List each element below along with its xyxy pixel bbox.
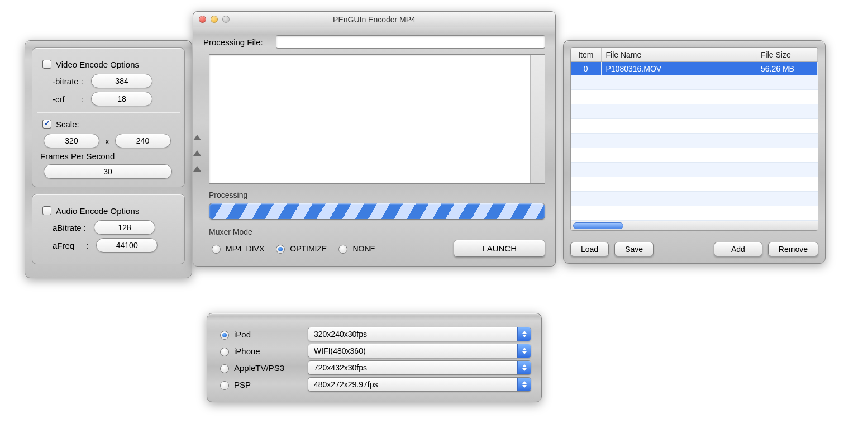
muxer-radio-mp4_divx[interactable]: MP4_DIVX — [209, 243, 264, 254]
table-row[interactable] — [571, 177, 818, 192]
table-row[interactable] — [571, 163, 818, 177]
table-row[interactable] — [571, 206, 818, 221]
afreq-label: aFreq : — [53, 241, 88, 250]
horizontal-scrollbar[interactable] — [571, 221, 818, 230]
preset-value: WIFI(480x360) — [314, 346, 366, 355]
processing-label: Processing — [209, 191, 545, 199]
divider — [37, 112, 180, 112]
preset-value: 720x432x30fps — [314, 363, 367, 372]
preset-row: iPod320x240x30fps — [217, 327, 531, 341]
stepper-icon — [517, 378, 531, 391]
processing-file-label: Processing File: — [203, 37, 276, 47]
scale-x-label: x — [105, 136, 109, 146]
bitrate-field[interactable] — [91, 74, 152, 88]
table-row[interactable] — [571, 119, 818, 134]
table-row[interactable] — [571, 75, 818, 90]
table-row[interactable] — [571, 192, 818, 206]
video-options-checkbox[interactable] — [42, 60, 51, 69]
afreq-field[interactable] — [96, 238, 158, 253]
stepper-icon — [517, 361, 531, 374]
muxer-radio-none[interactable]: NONE — [336, 243, 375, 254]
titlebar[interactable]: PEnGUIn Encoder MP4 — [193, 12, 555, 27]
scrollbar-thumb[interactable] — [573, 222, 623, 229]
preset-panel: iPod320x240x30fpsiPhoneWIFI(480x360)Appl… — [207, 313, 542, 402]
abitrate-field[interactable] — [94, 220, 155, 235]
preset-radio-appletv-ps3[interactable]: AppleTV/PS3 — [217, 363, 301, 373]
table-row[interactable] — [571, 104, 818, 119]
expand-arrows — [192, 134, 200, 173]
preset-popup-appletv-ps3[interactable]: 720x432x30fps — [308, 360, 531, 375]
audio-options-group: Audio Encode Options aBitrate : aFreq : — [32, 194, 185, 264]
fps-field[interactable] — [44, 164, 172, 179]
crf-label: -crf : — [53, 94, 83, 104]
stepper-icon — [517, 327, 531, 341]
video-options-label: Video Encode Options — [56, 60, 139, 69]
preset-value: 480x272x29.97fps — [314, 380, 378, 389]
file-table[interactable]: Item File Name File Size 0P1080316.MOV56… — [570, 47, 818, 231]
preset-row: PSP480x272x29.97fps — [217, 377, 531, 392]
load-button[interactable]: Load — [570, 242, 609, 256]
preset-row: AppleTV/PS3720x432x30fps — [217, 360, 531, 375]
scale-checkbox[interactable] — [42, 120, 51, 129]
table-row[interactable] — [571, 148, 818, 163]
preset-radio-iphone[interactable]: iPhone — [217, 346, 301, 356]
launch-button[interactable]: LAUNCH — [454, 240, 545, 257]
stepper-icon — [517, 344, 531, 358]
preset-radio-psp[interactable]: PSP — [217, 379, 301, 390]
audio-options-label: Audio Encode Options — [56, 206, 139, 216]
preset-popup-psp[interactable]: 480x272x29.97fps — [308, 377, 531, 392]
table-row[interactable] — [571, 134, 818, 148]
table-row[interactable]: 0P1080316.MOV56.26 MB — [571, 62, 818, 76]
col-filename[interactable]: File Name — [601, 48, 756, 62]
progress-bar — [209, 203, 545, 220]
col-filesize[interactable]: File Size — [756, 48, 818, 62]
preset-radio-ipod[interactable]: iPod — [217, 329, 301, 340]
add-button[interactable]: Add — [714, 242, 762, 256]
muxer-label: Muxer Mode — [209, 227, 545, 236]
table-row[interactable] — [571, 90, 818, 104]
video-options-group: Video Encode Options -bitrate : -crf : S… — [32, 47, 185, 187]
scale-label: Scale: — [56, 120, 79, 129]
remove-button[interactable]: Remove — [768, 242, 818, 256]
preset-row: iPhoneWIFI(480x360) — [217, 344, 531, 358]
log-scrollbar-track[interactable] — [530, 55, 545, 183]
crf-field[interactable] — [91, 92, 152, 106]
file-list-panel: Item File Name File Size 0P1080316.MOV56… — [563, 40, 826, 264]
triangle-down-icon[interactable] — [193, 150, 201, 156]
window-title: PEnGUIn Encoder MP4 — [193, 15, 555, 24]
preset-popup-iphone[interactable]: WIFI(480x360) — [308, 344, 531, 358]
scale-height-field[interactable] — [115, 134, 171, 148]
abitrate-label: aBitrate : — [53, 223, 86, 232]
save-button[interactable]: Save — [614, 242, 654, 256]
bitrate-label: -bitrate : — [53, 77, 83, 86]
audio-options-checkbox[interactable] — [42, 206, 51, 215]
fps-label: Frames Per Second — [40, 151, 115, 161]
scale-width-field[interactable] — [44, 134, 99, 148]
col-item[interactable]: Item — [571, 48, 601, 62]
main-window: PEnGUIn Encoder MP4 Processing File: Pro… — [193, 11, 556, 267]
triangle-down-icon[interactable] — [193, 135, 201, 140]
muxer-radio-optimize[interactable]: OPTIMIZE — [273, 243, 327, 254]
preset-popup-ipod[interactable]: 320x240x30fps — [308, 327, 531, 341]
processing-file-field[interactable] — [276, 35, 545, 49]
log-area[interactable] — [209, 54, 545, 184]
preset-value: 320x240x30fps — [314, 330, 367, 339]
options-panel: Video Encode Options -bitrate : -crf : S… — [25, 40, 192, 278]
triangle-down-icon[interactable] — [193, 166, 201, 172]
